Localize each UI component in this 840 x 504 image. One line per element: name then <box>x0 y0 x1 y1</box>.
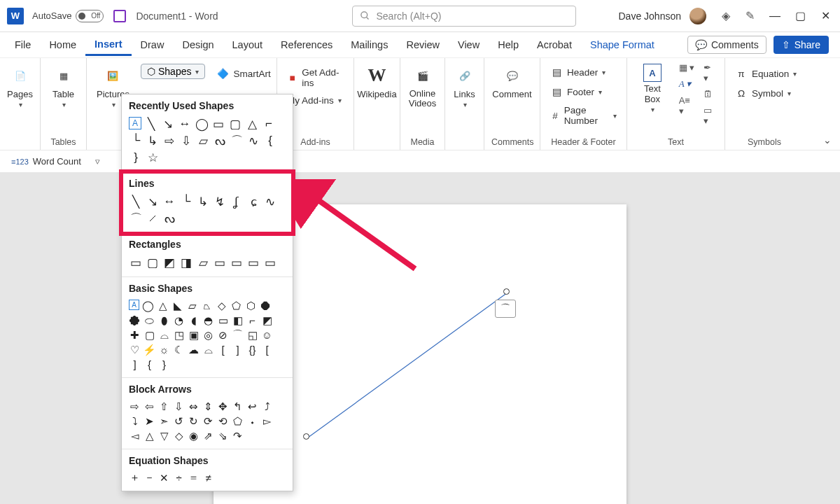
shape-elbow[interactable]: └ <box>129 134 143 148</box>
tab-view[interactable]: View <box>449 35 489 55</box>
rect-7[interactable]: ▭ <box>230 255 244 270</box>
bs-no[interactable]: ⊘ <box>217 329 229 341</box>
line-curve-double[interactable]: ∿ <box>263 195 277 209</box>
line-double-arrow[interactable]: ↔ <box>162 195 176 209</box>
rect-5[interactable]: ▱ <box>196 255 210 270</box>
shape-textbox[interactable]: A <box>129 117 141 130</box>
symbol-button[interactable]: ΩSymbol <box>732 85 799 102</box>
shape-rect[interactable]: ▭ <box>211 117 225 131</box>
shape-l[interactable]: ⌐ <box>262 117 276 131</box>
bs-can[interactable]: ⌓ <box>158 329 170 341</box>
ba-lup[interactable]: ⤴ <box>261 400 273 412</box>
object-icon[interactable]: ▭ ▾ <box>704 105 718 126</box>
word-count-button[interactable]: ≡123 Word Count <box>7 155 85 168</box>
bs-l[interactable]: ⌐ <box>246 314 258 326</box>
bs-pent[interactable]: ⬠ <box>230 300 242 312</box>
quickbar-more-icon[interactable]: ▿ <box>95 156 100 167</box>
bs-fold[interactable]: ◱ <box>246 329 258 341</box>
bs-dbrk[interactable]: {} <box>246 344 258 356</box>
shape-rounded-rect[interactable]: ▢ <box>228 117 242 131</box>
eq-eq[interactable]: ＝ <box>188 472 200 484</box>
line-arrow[interactable]: ↘ <box>146 195 160 209</box>
bs-rbrk[interactable]: ] <box>232 344 244 356</box>
ba-uturn[interactable]: ↩ <box>246 400 258 412</box>
textbox-button[interactable]: A Text Box▾ <box>634 62 671 115</box>
line-freeform[interactable]: ⟋ <box>146 211 160 225</box>
tab-references[interactable]: References <box>272 35 342 55</box>
ba-d[interactable]: ⇩ <box>173 400 185 412</box>
tab-home[interactable]: Home <box>40 35 85 55</box>
bs-rbrk2[interactable]: ] <box>129 358 141 370</box>
tab-layout[interactable]: Layout <box>223 35 272 55</box>
bs-frame[interactable]: ▭ <box>217 314 229 326</box>
bs-dia[interactable]: ◇ <box>216 300 227 312</box>
ba-x3[interactable]: ↷ <box>232 430 244 442</box>
tab-acrobat[interactable]: Acrobat <box>528 35 581 55</box>
line-handle-start[interactable] <box>303 433 309 440</box>
bs-tri[interactable]: △ <box>157 300 169 312</box>
tab-file[interactable]: File <box>6 35 40 55</box>
bs-dec[interactable]: ⬭ <box>144 314 155 326</box>
eq-plus[interactable]: ＋ <box>129 472 141 484</box>
ba-u[interactable]: ⇧ <box>158 400 170 412</box>
ba-bup[interactable]: ⤵ <box>129 415 141 427</box>
bs-rbr[interactable]: } <box>158 358 170 370</box>
ba-ud[interactable]: ⇕ <box>202 400 214 412</box>
shapes-button[interactable]: ⬡ Shapes ▾ <box>141 64 205 79</box>
ba-quad[interactable]: ✥ <box>217 400 229 412</box>
table-button[interactable]: ▦ Table ▾ <box>49 62 78 110</box>
equation-button[interactable]: πEquation <box>732 65 799 82</box>
bs-trap[interactable]: ⏢ <box>201 300 213 312</box>
rect-9[interactable]: ▭ <box>263 255 277 270</box>
shape-star[interactable]: ☆ <box>146 150 160 164</box>
page-number-button[interactable]: #Page Number <box>547 103 620 128</box>
bs-arc3[interactable]: ⌓ <box>202 344 214 356</box>
datetime-icon[interactable]: 🗓 <box>704 89 718 99</box>
wikipedia-button[interactable]: W Wikipedia <box>354 62 399 101</box>
line-scribble[interactable]: ᔓ <box>162 211 176 225</box>
rect-3[interactable]: ◩ <box>162 255 176 270</box>
eq-neq[interactable]: ≠ <box>202 472 214 484</box>
ba-lr[interactable]: ⇔ <box>188 400 200 412</box>
line-straight[interactable]: ╲ <box>129 195 143 209</box>
ba-c4[interactable]: ⟲ <box>217 415 229 427</box>
smartart-button[interactable]: 🔷 SmartArt <box>214 65 273 82</box>
rect-6[interactable]: ▭ <box>213 255 227 270</box>
bs-bolt[interactable]: ⚡ <box>144 344 155 356</box>
bs-smile[interactable]: ☺ <box>261 329 273 341</box>
line-curve-conn[interactable]: ʆ <box>230 195 244 209</box>
my-addins-button[interactable]: My Add-ins <box>284 93 346 108</box>
layout-options-chip[interactable]: ⌒ <box>495 300 516 318</box>
rect-1[interactable]: ▭ <box>129 255 143 270</box>
tab-mailings[interactable]: Mailings <box>342 35 397 55</box>
ba-notch[interactable]: ➣ <box>158 415 170 427</box>
line-elbow[interactable]: └ <box>179 195 193 209</box>
bs-lbr[interactable]: { <box>144 358 155 370</box>
bs-para[interactable]: ▱ <box>186 300 198 312</box>
ba-str[interactable]: ➤ <box>144 415 155 427</box>
rect-8[interactable]: ▭ <box>246 255 260 270</box>
links-button[interactable]: 🔗 Links ▾ <box>450 62 479 110</box>
line-elbow-arrow[interactable]: ↳ <box>196 195 210 209</box>
bs-bevel[interactable]: ▣ <box>188 329 200 341</box>
signature-icon[interactable]: ✒ ▾ <box>704 62 718 83</box>
footer-button[interactable]: ▤Footer <box>547 83 620 100</box>
line-curve-arrow[interactable]: ɕ <box>246 195 260 209</box>
ba-cir[interactable]: ◉ <box>188 430 200 442</box>
bs-oct[interactable]: ⯄ <box>129 314 141 326</box>
dropcap-icon[interactable]: A≡ ▾ <box>679 95 696 116</box>
header-button[interactable]: ▤Header <box>547 64 620 80</box>
eq-mult[interactable]: ✕ <box>158 472 170 484</box>
drawn-line-shape[interactable] <box>304 289 514 450</box>
ba-l[interactable]: ⇦ <box>144 400 155 412</box>
bs-half[interactable]: ◧ <box>232 314 244 326</box>
shape-curve[interactable]: ∿ <box>246 134 260 148</box>
ba-qc[interactable]: ◇ <box>173 430 185 442</box>
pages-button[interactable]: 📄 Pages ▾ <box>4 62 36 110</box>
avatar[interactable] <box>690 8 706 24</box>
ba-rc[interactable]: ▻ <box>261 415 273 427</box>
tab-insert[interactable]: Insert <box>85 34 132 56</box>
bs-cross[interactable]: ✚ <box>129 329 141 341</box>
shape-double-arrow[interactable]: ↔ <box>178 117 192 131</box>
bs-sun[interactable]: ☼ <box>158 344 170 356</box>
